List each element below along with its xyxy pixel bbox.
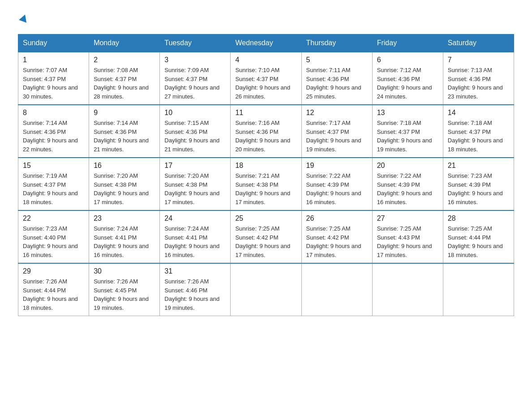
day-info: Sunrise: 7:20 AMSunset: 4:38 PMDaylight:…: [164, 171, 226, 206]
calendar-cell: [301, 263, 372, 316]
calendar-cell: 10 Sunrise: 7:15 AMSunset: 4:36 PMDaylig…: [160, 105, 231, 158]
day-info: Sunrise: 7:26 AMSunset: 4:44 PMDaylight:…: [23, 277, 84, 312]
calendar-cell: 25 Sunrise: 7:25 AMSunset: 4:42 PMDaylig…: [231, 210, 301, 263]
calendar-cell: 1 Sunrise: 7:07 AMSunset: 4:37 PMDayligh…: [18, 52, 89, 105]
day-info: Sunrise: 7:25 AMSunset: 4:42 PMDaylight:…: [235, 224, 296, 259]
calendar-cell: 16 Sunrise: 7:20 AMSunset: 4:38 PMDaylig…: [89, 158, 160, 210]
calendar-cell: 9 Sunrise: 7:14 AMSunset: 4:36 PMDayligh…: [89, 105, 160, 158]
calendar-cell: [231, 263, 301, 316]
weekday-header-monday: Monday: [89, 34, 160, 52]
day-info: Sunrise: 7:22 AMSunset: 4:39 PMDaylight:…: [377, 171, 438, 206]
calendar-cell: 23 Sunrise: 7:24 AMSunset: 4:41 PMDaylig…: [89, 210, 160, 263]
day-number: 4: [235, 56, 296, 64]
day-number: 19: [306, 162, 368, 170]
calendar-cell: 19 Sunrise: 7:22 AMSunset: 4:39 PMDaylig…: [301, 158, 372, 210]
calendar-cell: 4 Sunrise: 7:10 AMSunset: 4:37 PMDayligh…: [231, 52, 301, 105]
day-info: Sunrise: 7:08 AMSunset: 4:37 PMDaylight:…: [94, 66, 155, 101]
calendar-cell: 17 Sunrise: 7:20 AMSunset: 4:38 PMDaylig…: [160, 158, 231, 210]
weekday-header-saturday: Saturday: [443, 34, 514, 52]
page-header: [18, 13, 514, 25]
day-number: 3: [164, 56, 226, 64]
calendar-cell: [443, 263, 514, 316]
day-number: 23: [94, 214, 155, 223]
calendar-cell: 28 Sunrise: 7:25 AMSunset: 4:44 PMDaylig…: [443, 210, 514, 263]
day-info: Sunrise: 7:14 AMSunset: 4:36 PMDaylight:…: [94, 119, 155, 154]
day-info: Sunrise: 7:22 AMSunset: 4:39 PMDaylight:…: [306, 171, 368, 206]
calendar-cell: 22 Sunrise: 7:23 AMSunset: 4:40 PMDaylig…: [18, 210, 89, 263]
weekday-header-tuesday: Tuesday: [160, 34, 231, 52]
calendar-header-row: SundayMondayTuesdayWednesdayThursdayFrid…: [18, 34, 514, 52]
day-number: 22: [23, 214, 84, 223]
day-number: 20: [377, 162, 438, 170]
day-number: 8: [23, 109, 84, 117]
day-info: Sunrise: 7:20 AMSunset: 4:38 PMDaylight:…: [94, 171, 155, 206]
day-number: 25: [235, 214, 296, 223]
logo-arrow-icon: [19, 13, 29, 23]
day-number: 12: [306, 109, 368, 117]
calendar-cell: 30 Sunrise: 7:26 AMSunset: 4:45 PMDaylig…: [89, 263, 160, 316]
day-info: Sunrise: 7:13 AMSunset: 4:36 PMDaylight:…: [448, 66, 509, 101]
calendar-cell: 5 Sunrise: 7:11 AMSunset: 4:36 PMDayligh…: [301, 52, 372, 105]
day-number: 5: [306, 56, 368, 64]
day-info: Sunrise: 7:26 AMSunset: 4:45 PMDaylight:…: [94, 277, 155, 312]
day-info: Sunrise: 7:23 AMSunset: 4:39 PMDaylight:…: [448, 171, 509, 206]
calendar-cell: 24 Sunrise: 7:24 AMSunset: 4:41 PMDaylig…: [160, 210, 231, 263]
calendar-week-3: 15 Sunrise: 7:19 AMSunset: 4:37 PMDaylig…: [18, 158, 514, 210]
day-info: Sunrise: 7:24 AMSunset: 4:41 PMDaylight:…: [94, 224, 155, 259]
calendar-cell: 15 Sunrise: 7:19 AMSunset: 4:37 PMDaylig…: [18, 158, 89, 210]
calendar-cell: 21 Sunrise: 7:23 AMSunset: 4:39 PMDaylig…: [443, 158, 514, 210]
weekday-header-sunday: Sunday: [18, 34, 89, 52]
day-info: Sunrise: 7:25 AMSunset: 4:43 PMDaylight:…: [377, 224, 438, 259]
calendar-cell: 31 Sunrise: 7:26 AMSunset: 4:46 PMDaylig…: [160, 263, 231, 316]
day-info: Sunrise: 7:21 AMSunset: 4:38 PMDaylight:…: [235, 171, 296, 206]
day-number: 13: [377, 109, 438, 117]
day-info: Sunrise: 7:17 AMSunset: 4:37 PMDaylight:…: [306, 119, 368, 154]
day-number: 28: [448, 214, 509, 223]
calendar-cell: 20 Sunrise: 7:22 AMSunset: 4:39 PMDaylig…: [372, 158, 443, 210]
day-info: Sunrise: 7:12 AMSunset: 4:36 PMDaylight:…: [377, 66, 438, 101]
calendar-cell: 27 Sunrise: 7:25 AMSunset: 4:43 PMDaylig…: [372, 210, 443, 263]
day-number: 9: [94, 109, 155, 117]
day-number: 11: [235, 109, 296, 117]
svg-marker-0: [19, 13, 29, 23]
calendar-cell: 12 Sunrise: 7:17 AMSunset: 4:37 PMDaylig…: [301, 105, 372, 158]
day-number: 1: [23, 56, 84, 64]
calendar-week-1: 1 Sunrise: 7:07 AMSunset: 4:37 PMDayligh…: [18, 52, 514, 105]
day-number: 31: [164, 267, 226, 275]
calendar-cell: 2 Sunrise: 7:08 AMSunset: 4:37 PMDayligh…: [89, 52, 160, 105]
day-info: Sunrise: 7:25 AMSunset: 4:44 PMDaylight:…: [448, 224, 509, 259]
day-info: Sunrise: 7:09 AMSunset: 4:37 PMDaylight:…: [164, 66, 226, 101]
weekday-header-wednesday: Wednesday: [231, 34, 301, 52]
calendar-cell: 7 Sunrise: 7:13 AMSunset: 4:36 PMDayligh…: [443, 52, 514, 105]
day-info: Sunrise: 7:18 AMSunset: 4:37 PMDaylight:…: [377, 119, 438, 154]
day-info: Sunrise: 7:23 AMSunset: 4:40 PMDaylight:…: [23, 224, 84, 259]
calendar-cell: 8 Sunrise: 7:14 AMSunset: 4:36 PMDayligh…: [18, 105, 89, 158]
day-info: Sunrise: 7:19 AMSunset: 4:37 PMDaylight:…: [23, 171, 84, 206]
day-info: Sunrise: 7:11 AMSunset: 4:36 PMDaylight:…: [306, 66, 368, 101]
day-info: Sunrise: 7:15 AMSunset: 4:36 PMDaylight:…: [164, 119, 226, 154]
calendar-cell: 18 Sunrise: 7:21 AMSunset: 4:38 PMDaylig…: [231, 158, 301, 210]
day-info: Sunrise: 7:26 AMSunset: 4:46 PMDaylight:…: [164, 277, 226, 312]
day-number: 14: [448, 109, 509, 117]
day-number: 6: [377, 56, 438, 64]
day-number: 26: [306, 214, 368, 223]
calendar-week-2: 8 Sunrise: 7:14 AMSunset: 4:36 PMDayligh…: [18, 105, 514, 158]
day-number: 24: [164, 214, 226, 223]
day-number: 17: [164, 162, 226, 170]
calendar-cell: 14 Sunrise: 7:18 AMSunset: 4:37 PMDaylig…: [443, 105, 514, 158]
weekday-header-thursday: Thursday: [301, 34, 372, 52]
calendar-cell: [372, 263, 443, 316]
day-number: 18: [235, 162, 296, 170]
day-number: 21: [448, 162, 509, 170]
day-info: Sunrise: 7:16 AMSunset: 4:36 PMDaylight:…: [235, 119, 296, 154]
day-info: Sunrise: 7:10 AMSunset: 4:37 PMDaylight:…: [235, 66, 296, 101]
calendar-cell: 3 Sunrise: 7:09 AMSunset: 4:37 PMDayligh…: [160, 52, 231, 105]
calendar-cell: 11 Sunrise: 7:16 AMSunset: 4:36 PMDaylig…: [231, 105, 301, 158]
calendar-week-4: 22 Sunrise: 7:23 AMSunset: 4:40 PMDaylig…: [18, 210, 514, 263]
day-number: 29: [23, 267, 84, 275]
day-number: 27: [377, 214, 438, 223]
calendar-week-5: 29 Sunrise: 7:26 AMSunset: 4:44 PMDaylig…: [18, 263, 514, 316]
weekday-header-friday: Friday: [372, 34, 443, 52]
day-number: 2: [94, 56, 155, 64]
logo: [18, 13, 29, 25]
